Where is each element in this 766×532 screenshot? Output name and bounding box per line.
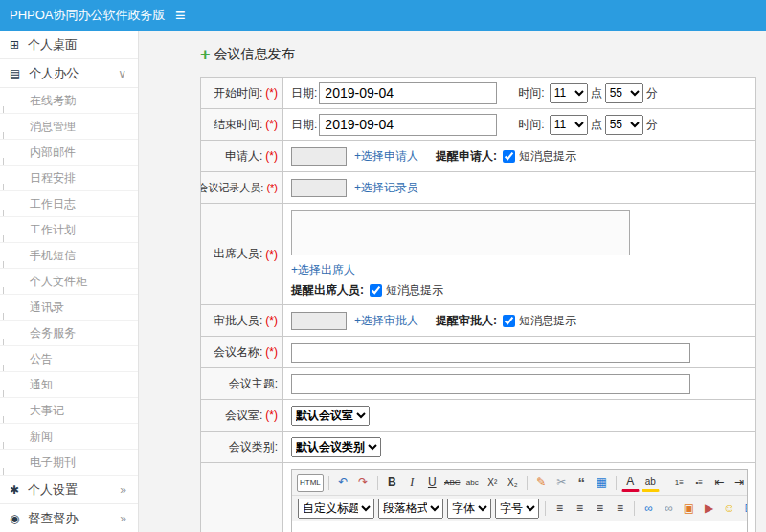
align-center-icon[interactable]: ≡ [571,499,589,518]
font-color-icon[interactable]: A [621,474,640,492]
sms-hint-label: 短消息提示 [519,148,576,165]
start-minute-select[interactable]: 55 [605,83,643,103]
paragraph-format-select[interactable]: 段落格式 [378,499,443,519]
indent-icon[interactable]: ⇥ [731,474,747,492]
redo-icon[interactable]: ↷ [354,474,372,492]
font-family-select[interactable]: 字体 [447,499,491,519]
attendees-textarea[interactable] [291,210,630,255]
align-right-icon[interactable]: ≡ [591,499,609,518]
font-size-select[interactable]: 字号 [495,499,539,519]
outdent-icon[interactable]: ⇤ [710,474,729,492]
remind-approver-label: 提醒审批人: [436,313,497,329]
time-label: 时间: [518,117,544,133]
approver-sms-checkbox[interactable] [503,315,515,327]
form-row-applicant: 申请人: (*) +选择申请人 提醒申请人: 短消息提示 [201,141,755,172]
form-row-meeting-name: 会议名称: (*) [201,337,755,368]
applicant-sms-checkbox[interactable] [503,150,515,163]
sidebar-item-mobile-sms[interactable]: 手机短信 [0,243,138,269]
table-icon[interactable]: ⊞ [740,499,747,518]
applicant-input[interactable] [291,147,347,166]
start-date-input[interactable] [319,82,497,104]
meeting-name-input[interactable] [291,343,690,363]
chevron-right-icon: » [120,483,126,497]
cut-icon[interactable]: ✂ [552,474,571,492]
sidebar-item-settings[interactable]: ✱ 个人设置 » [0,476,138,504]
sidebar-item-news[interactable]: 新闻 [0,424,138,450]
media-icon[interactable]: ▶ [700,499,718,518]
align-left-icon[interactable]: ≡ [551,499,569,518]
select-recorder-link[interactable]: +选择记录员 [354,180,418,196]
spellcheck-icon[interactable]: abc [463,474,482,492]
sidebar-item-schedule[interactable]: 日程安排 [0,166,138,191]
meeting-room-label: 会议室: [225,408,262,424]
sidebar-item-work-log[interactable]: 工作日志 [0,191,138,217]
approver-input[interactable] [291,312,347,330]
strikethrough-icon[interactable]: ABC [443,474,462,492]
italic-icon[interactable]: I [403,474,421,492]
align-justify-icon[interactable]: ≡ [611,499,629,518]
unordered-list-icon[interactable]: •≡ [690,474,709,492]
subscript-icon[interactable]: X₂ [504,474,522,492]
end-date-input[interactable] [319,114,497,136]
editor-content-area[interactable] [292,521,747,532]
sidebar-item-internal-mail[interactable]: 内部邮件 [0,140,138,166]
superscript-icon[interactable]: X² [484,474,502,492]
chevron-right-icon: » [120,512,126,525]
sidebar-item-desktop[interactable]: ⊞ 个人桌面 [0,31,138,59]
editor-toolbar-row1: HTML ↶ ↷ B I U ABC abc X² X₂ [292,470,747,496]
blockquote-icon[interactable]: “ [573,474,591,492]
sidebar-item-file-cabinet[interactable]: 个人文件柜 [0,269,138,295]
meeting-category-select[interactable]: 默认会议类别 [291,437,381,457]
recorder-input[interactable] [291,179,347,197]
sidebar-item-work-plan[interactable]: 工作计划 [0,217,138,243]
sidebar-item-meeting-service[interactable]: 会务服务 [0,321,138,346]
menu-toggle-icon[interactable]: ≡ [175,7,186,24]
unlink-icon[interactable]: ∞ [660,499,678,518]
toolbar-separator [545,501,546,516]
toolbar-separator [616,476,617,490]
form-row-attendees: 出席人员: (*) +选择出席人 提醒出席人员: 短消息提示 [201,204,755,305]
select-applicant-link[interactable]: +选择申请人 [354,148,418,165]
meeting-subject-input[interactable] [291,374,690,394]
select-approver-link[interactable]: +选择审批人 [354,313,418,329]
format-painter-icon[interactable]: ✎ [532,474,551,492]
sidebar-item-notice[interactable]: 通知 [0,372,138,398]
sidebar-item-online-attendance[interactable]: 在线考勤 [0,88,138,114]
link-icon[interactable]: ∞ [640,499,658,518]
sidebar-item-office[interactable]: ▤ 个人办公 ∨ [0,59,138,88]
sidebar-item-supervision[interactable]: ◉ 督查督办 » [0,504,138,532]
sidebar-item-memorabilia[interactable]: 大事记 [0,398,138,424]
attendees-sms-checkbox[interactable] [370,284,382,297]
meeting-room-select[interactable]: 默认会议室 [291,406,370,426]
underline-icon[interactable]: U [423,474,441,492]
sidebar-item-message-management[interactable]: 消息管理 [0,114,138,140]
source-code-button[interactable]: HTML [297,474,324,492]
end-minute-select[interactable]: 55 [605,115,643,135]
select-attendees-link[interactable]: +选择出席人 [291,262,355,278]
sidebar-item-announcement[interactable]: 公告 [0,346,138,372]
sidebar-item-contacts[interactable]: 通讯录 [0,295,138,321]
emoticon-icon[interactable]: ☺ [720,499,738,518]
required-marker: (*) [266,182,278,193]
image-icon[interactable]: ▣ [680,499,698,518]
recorder-label: 会议记录人员: [201,181,263,195]
minute-unit-label: 分 [646,117,658,133]
required-marker: (*) [265,118,278,131]
end-hour-select[interactable]: 11 [550,115,588,135]
sidebar-item-label: 个人桌面 [28,36,78,54]
bold-icon[interactable]: B [383,474,401,492]
required-marker: (*) [265,149,278,163]
toolbar-separator [634,501,635,516]
undo-icon[interactable]: ↶ [334,474,352,492]
ordered-list-icon[interactable]: 1≡ [670,474,688,492]
sidebar-item-e-journal[interactable]: 电子期刊 [0,450,138,476]
required-marker: (*) [265,314,278,327]
highlight-color-icon[interactable]: ab [642,474,660,492]
form-row-meeting-category: 会议类别: 默认会议类别 [201,432,755,463]
page-title-text: 会议信息发布 [214,46,295,63]
heading-style-select[interactable]: 自定义标题 [298,499,374,519]
form-row-meeting-room: 会议室: (*) 默认会议室 [201,400,755,432]
date-label: 日期: [291,85,317,101]
start-hour-select[interactable]: 11 [550,83,588,103]
template-icon[interactable]: ▦ [593,474,611,492]
